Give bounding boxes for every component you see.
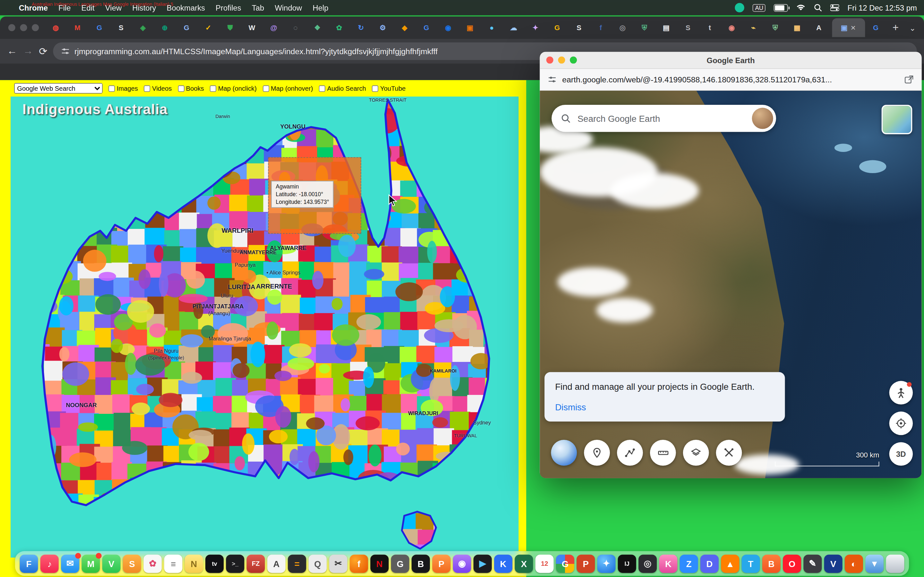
region-label[interactable]: PITJANTJATJARA	[192, 303, 244, 309]
browser-tab[interactable]: @	[263, 18, 284, 37]
reload-button[interactable]: ⟳	[39, 45, 47, 58]
browser-tab[interactable]: ⛨	[633, 18, 655, 37]
option-checkbox[interactable]	[108, 85, 115, 91]
input-source-indicator[interactable]: AU	[753, 4, 766, 11]
dock-icon[interactable]: P	[432, 554, 451, 572]
menu-item[interactable]: Window	[275, 3, 302, 12]
menu-item[interactable]: File	[58, 3, 71, 12]
dock-icon[interactable]: D	[700, 554, 719, 572]
dock-icon[interactable]: M •	[81, 554, 100, 572]
dock-icon[interactable]: ✦	[598, 554, 615, 572]
browser-tab[interactable]: A	[808, 18, 830, 37]
ge-address-bar[interactable]: earth.google.com/web/@-19.41990588,146.1…	[540, 69, 921, 91]
window-controls-inactive[interactable]	[3, 24, 45, 31]
dock-icon[interactable]: K	[659, 554, 677, 572]
region-label[interactable]: • Alice Springs	[266, 269, 300, 276]
region-label[interactable]: (Anangu)	[208, 310, 230, 316]
browser-tab[interactable]: ◉	[437, 18, 459, 37]
layers-globe-button[interactable]	[551, 440, 577, 466]
checkbox-option[interactable]: Books	[178, 85, 204, 92]
layers-button[interactable]	[683, 440, 709, 466]
checkbox-option[interactable]: Videos	[144, 85, 172, 92]
browser-tab[interactable]: ◌	[284, 18, 306, 37]
browser-tab[interactable]: ◈	[132, 18, 153, 37]
dock-icon[interactable]: O	[783, 554, 801, 572]
dock-icon[interactable]: ✎	[803, 554, 822, 572]
placemark-pin-button[interactable]	[584, 440, 610, 466]
browser-tab[interactable]: G	[546, 18, 568, 37]
measure-ruler-button[interactable]	[650, 440, 676, 466]
browser-tab[interactable]: ☁	[503, 18, 525, 37]
dock-icon[interactable]: N	[185, 554, 203, 572]
new-tab-button[interactable]: +	[887, 21, 905, 34]
earth-search-box[interactable]: Search Google Earth	[551, 105, 776, 132]
region-label[interactable]: KAMILAROI	[430, 368, 457, 374]
compass-location-button[interactable]	[889, 412, 913, 435]
search-type-select[interactable]: Google Web Search	[14, 83, 103, 93]
region-label[interactable]: Uluru	[220, 293, 233, 298]
dock-icon[interactable]: ◎	[638, 554, 657, 572]
browser-tab[interactable]: ↻	[350, 18, 372, 37]
browser-tab[interactable]: ⚙	[372, 18, 394, 37]
browser-tab[interactable]: ⛨	[764, 18, 786, 37]
browser-tab[interactable]: ◎	[612, 18, 634, 37]
region-label[interactable]: WIRADJURI	[408, 410, 438, 416]
dock-icon[interactable]: IJ	[618, 554, 636, 572]
checkbox-option[interactable]: Map (onhover)	[262, 85, 313, 92]
site-settings-icon[interactable]	[548, 75, 556, 84]
browser-tab[interactable]: ⊕	[153, 18, 176, 37]
ge-map-viewport[interactable]: Search Google Earth Find and manage all …	[540, 91, 921, 478]
3d-toggle-button[interactable]: 3D	[889, 442, 913, 466]
overview-minimap[interactable]	[882, 105, 913, 134]
zoom-window-button[interactable]	[32, 24, 39, 31]
browser-tab[interactable]: S	[110, 18, 132, 37]
region-label[interactable]: Pila Nguru	[153, 348, 178, 354]
region-label[interactable]: LURITJA	[228, 283, 255, 290]
dock-icon[interactable]: ▾	[865, 554, 884, 572]
grammarly-icon[interactable]	[735, 3, 744, 12]
dock-icon[interactable]: ✉ •	[61, 554, 79, 572]
region-label[interactable]: Maralinga Tjarutja	[208, 335, 251, 342]
dock-icon[interactable]: =	[288, 554, 306, 572]
browser-tab[interactable]: f	[590, 18, 612, 37]
dock-icon[interactable]: Q	[309, 554, 327, 572]
browser-tab[interactable]: W	[241, 18, 263, 37]
dock-icon[interactable]: ▲	[721, 554, 739, 572]
browser-tab[interactable]: ✦	[525, 18, 546, 37]
draw-path-button[interactable]	[617, 440, 643, 466]
dock-icon[interactable]	[886, 554, 905, 572]
menu-item[interactable]: Help	[312, 3, 328, 12]
browser-tab[interactable]: G	[89, 18, 110, 37]
menu-app-name[interactable]: Chrome	[19, 3, 48, 12]
dismiss-link[interactable]: Dismiss	[555, 402, 774, 412]
option-checkbox[interactable]	[262, 85, 269, 91]
dock-icon[interactable]: K	[494, 554, 512, 572]
option-checkbox[interactable]	[178, 85, 184, 91]
browser-tab[interactable]: ◉	[720, 18, 742, 37]
menu-item[interactable]: Bookmarks	[167, 3, 205, 12]
browser-tab[interactable]: ▣	[459, 18, 481, 37]
dock-icon[interactable]: 12	[535, 554, 554, 572]
browser-tab[interactable]: G	[176, 18, 197, 37]
control-center-icon[interactable]	[830, 4, 839, 11]
checkbox-option[interactable]: Map (onclick)	[210, 85, 257, 92]
checkbox-option[interactable]: Audio Search	[319, 85, 366, 92]
region-label[interactable]: Papunya	[234, 262, 255, 268]
browser-tab[interactable]: ◆	[394, 18, 415, 37]
forward-button[interactable]: →	[23, 45, 33, 57]
open-in-browser-icon[interactable]	[905, 75, 913, 84]
dock-icon[interactable]: ▶	[473, 554, 492, 572]
browser-tab[interactable]: M	[67, 18, 89, 37]
close-window-button[interactable]	[8, 24, 15, 31]
dock-icon[interactable]: ≡	[164, 554, 183, 572]
browser-tab[interactable]: G	[865, 18, 887, 37]
checkbox-option[interactable]: Images	[108, 85, 138, 92]
menu-item[interactable]: Edit	[81, 3, 95, 12]
browser-tab[interactable]: ❖	[306, 18, 328, 37]
tab-search-chevron-icon[interactable]: ⌄	[905, 23, 921, 32]
wifi-icon[interactable]	[796, 4, 806, 11]
region-label[interactable]: ALYAWARRE	[270, 245, 306, 251]
dock-icon[interactable]: V	[824, 554, 843, 572]
region-label[interactable]: NOONGAR	[66, 402, 97, 408]
account-avatar[interactable]	[752, 108, 773, 129]
